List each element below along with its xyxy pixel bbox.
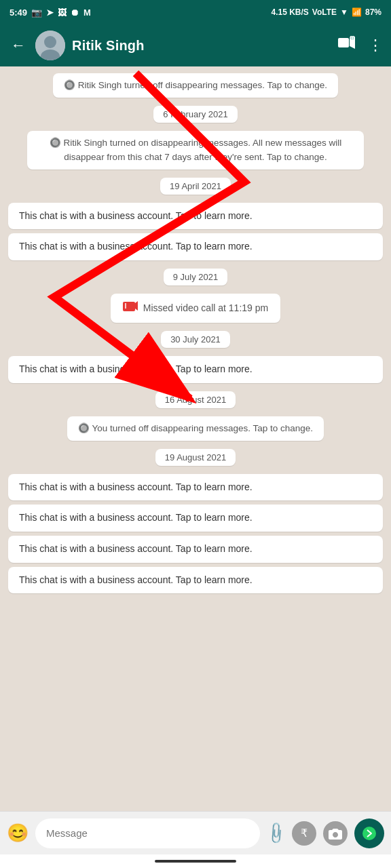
status-bar: 5:49 📷 ➤ 🖼 ⏺ M 4.15 KB/S VoLTE ▼ 📶 87% xyxy=(0,0,391,24)
bottom-bar xyxy=(0,854,391,868)
chat-area: 🔘 Ritik Singh turned off disappearing me… xyxy=(0,66,391,811)
business-notice[interactable]: This chat is with a business account. Ta… xyxy=(8,474,383,501)
record-icon: ⏺ xyxy=(71,7,79,18)
network-type: VoLTE xyxy=(312,7,337,17)
date-badge: 19 April 2021 xyxy=(160,178,231,195)
more-options-button[interactable]: ⋮ xyxy=(368,37,383,54)
missed-call-notice[interactable]: Missed video call at 11:19 pm xyxy=(111,294,280,323)
back-button[interactable]: ← xyxy=(8,34,29,57)
video-call-button[interactable] xyxy=(338,36,356,55)
business-notice[interactable]: This chat is with a business account. Ta… xyxy=(8,505,383,532)
date-badge: 19 August 2021 xyxy=(155,449,236,466)
input-bar: 😊 📎 ₹ xyxy=(0,811,391,854)
network-speed: 4.15 KB/S xyxy=(272,7,309,17)
system-message[interactable]: 🔘 Ritik Singh turned on disappearing mes… xyxy=(27,131,365,170)
business-notice[interactable]: This chat is with a business account. Ta… xyxy=(8,536,383,563)
business-notice[interactable]: This chat is with a business account. Ta… xyxy=(8,233,383,260)
business-notice[interactable]: This chat is with a business account. Ta… xyxy=(8,203,383,230)
date-badge: 9 July 2021 xyxy=(164,269,228,285)
svg-rect-3 xyxy=(338,38,349,47)
instagram-icon: 📷 xyxy=(31,7,42,18)
battery-display: 87% xyxy=(365,7,381,17)
svg-point-1 xyxy=(44,36,56,48)
camera-button[interactable] xyxy=(323,821,348,846)
payment-button[interactable]: ₹ xyxy=(292,821,316,846)
system-message[interactable]: 🔘 Ritik Singh turned off disappearing me… xyxy=(53,73,338,98)
contact-name[interactable]: Ritik Singh xyxy=(72,38,331,54)
chat-header: ← Ritik Singh ⋮ xyxy=(0,24,391,66)
system-message[interactable]: 🔘 You turned off disappearing messages. … xyxy=(67,416,324,441)
date-badge: 6 February 2021 xyxy=(153,106,237,123)
notifications-icon: M xyxy=(83,7,91,18)
svg-rect-8 xyxy=(123,302,135,311)
send-button[interactable] xyxy=(354,818,384,848)
message-input[interactable] xyxy=(35,818,260,848)
svg-point-13 xyxy=(362,827,376,840)
time-display: 5:49 xyxy=(10,7,27,18)
emoji-button[interactable]: 😊 xyxy=(7,823,29,844)
header-actions: ⋮ xyxy=(338,36,383,55)
date-badge: 16 August 2021 xyxy=(155,391,236,408)
business-notice[interactable]: This chat is with a business account. Ta… xyxy=(8,356,383,383)
date-badge: 30 July 2021 xyxy=(161,331,230,348)
gallery-icon: 🖼 xyxy=(58,7,67,18)
missed-call-text: Missed video call at 11:19 pm xyxy=(143,302,268,313)
svg-marker-9 xyxy=(135,301,138,311)
missed-call-icon xyxy=(123,300,138,316)
status-time: 5:49 📷 ➤ 🖼 ⏺ M xyxy=(10,7,91,18)
wifi-icon: ▼ xyxy=(340,7,348,17)
telegram-icon: ➤ xyxy=(46,7,54,18)
business-notice[interactable]: This chat is with a business account. Ta… xyxy=(8,567,383,594)
home-indicator xyxy=(155,860,236,863)
status-right: 4.15 KB/S VoLTE ▼ 📶 87% xyxy=(272,7,382,17)
signal-icon: 📶 xyxy=(352,7,362,17)
attach-button[interactable]: 📎 xyxy=(263,821,288,846)
avatar[interactable] xyxy=(35,31,65,60)
